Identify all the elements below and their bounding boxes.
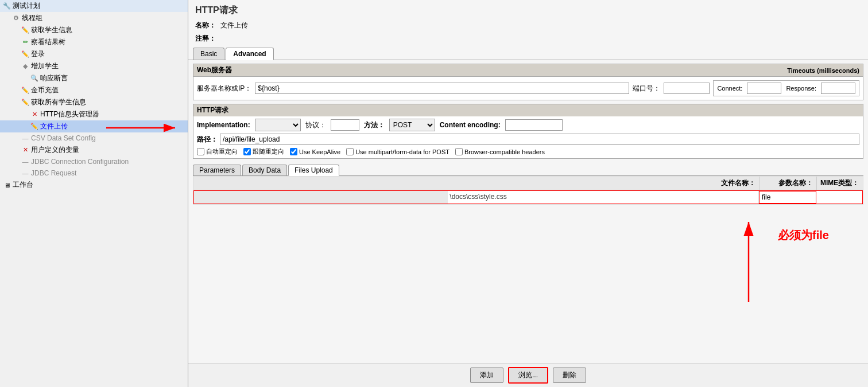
web-server-content: 服务器名称或IP： 端口号： Connect: Response: xyxy=(193,77,863,100)
sidebar-item-workbench[interactable]: 🖥 工作台 xyxy=(0,179,188,191)
sidebar-item-label: 金币充值 xyxy=(31,85,59,95)
server-ip-input[interactable] xyxy=(255,83,629,94)
upload-table: 文件名称： 参数名称： MIME类型： \docs\css\style.css xyxy=(193,176,863,205)
mimetype-cell xyxy=(816,191,862,204)
tab-advanced[interactable]: Advanced xyxy=(226,48,273,60)
encoding-label: Content encoding: xyxy=(440,121,501,129)
name-row: 名称： 文件上传 xyxy=(188,19,868,32)
add-button[interactable]: 添加 xyxy=(470,368,503,383)
sidebar-item-label: 响应断言 xyxy=(40,73,68,83)
col-paramname: 参数名称： xyxy=(760,177,817,190)
vars-icon: ✕ xyxy=(21,146,30,155)
http-sampler-icon: ✏️ xyxy=(21,26,30,35)
name-value: 文件上传 xyxy=(220,21,861,30)
file-path: \docs\css\style.css xyxy=(448,191,758,204)
protocol-label: 协议： xyxy=(305,120,326,130)
arrow-svg xyxy=(634,205,863,319)
inner-tab-bar: Parameters Body Data Files Upload xyxy=(193,163,863,176)
tab-files-upload[interactable]: Files Upload xyxy=(288,165,339,176)
sidebar-item-add-student[interactable]: ◆ 增加学生 xyxy=(0,60,188,72)
tab-parameters[interactable]: Parameters xyxy=(193,165,241,175)
sidebar-item-label: 登录 xyxy=(31,49,45,59)
filename-cell: \docs\css\style.css xyxy=(194,191,759,204)
sidebar-item-label: 增加学生 xyxy=(31,61,59,71)
comment-label: 注释： xyxy=(195,34,218,44)
checkbox-follow-redirect[interactable]: 跟随重定向 xyxy=(243,147,284,156)
connect-label: Connect: xyxy=(717,85,742,92)
sidebar-item-result-tree[interactable]: ✏ 察看结果树 xyxy=(0,36,188,48)
sidebar-item-all-students[interactable]: ✏️ 获取所有学生信息 xyxy=(0,96,188,108)
multipart-checkbox[interactable] xyxy=(346,148,354,155)
sidebar-item-jdbc-config[interactable]: — JDBC Connection Configuration xyxy=(0,156,188,167)
connect-input[interactable] xyxy=(747,83,781,94)
checkbox-row: 自动重定向 跟随重定向 Use KeepAlive Use multipart/… xyxy=(197,147,859,156)
thread-group-icon: ⚙ xyxy=(11,14,21,23)
table-header: 文件名称： 参数名称： MIME类型： xyxy=(193,177,863,190)
sidebar-item-label: HTTP信息头管理器 xyxy=(40,110,99,119)
port-label: 端口号： xyxy=(633,84,660,93)
sidebar-item-label: 测试计划 xyxy=(13,1,40,11)
method-select[interactable]: POST GET PUT DELETE xyxy=(389,119,435,131)
path-label: 路径： xyxy=(197,135,218,144)
browser-headers-checkbox[interactable] xyxy=(455,148,463,155)
workbench-icon: 🖥 xyxy=(2,181,11,190)
checkbox-browser-headers[interactable]: Browser-compatible headers xyxy=(455,148,545,155)
sidebar-item-thread-group[interactable]: ⚙ 线程组 xyxy=(0,12,188,24)
upload-area: 文件名称： 参数名称： MIME类型： \docs\css\style.css xyxy=(193,176,863,363)
timeout-box: Connect: Response: xyxy=(713,80,859,96)
encoding-input[interactable] xyxy=(505,119,563,131)
browse-field[interactable] xyxy=(194,191,448,204)
impl-select[interactable] xyxy=(255,119,301,131)
bottom-bar: 添加 浏览... 删除 xyxy=(188,363,868,387)
checkbox-keepalive[interactable]: Use KeepAlive xyxy=(290,148,340,155)
http-request-section: HTTP请求 Implementation: 协议： 方法： POST GET … xyxy=(193,104,863,159)
sidebar-item-assertion[interactable]: 🔍 响应断言 xyxy=(0,72,188,84)
assertion-icon: 🔍 xyxy=(30,74,39,83)
listener-icon: ✏ xyxy=(21,38,30,47)
checkbox-redirect[interactable]: 自动重定向 xyxy=(197,147,238,156)
delete-button[interactable]: 删除 xyxy=(553,368,586,383)
sidebar-item-label: 察看结果树 xyxy=(31,37,65,47)
port-input[interactable] xyxy=(664,83,710,94)
jdbc-config-icon: — xyxy=(21,157,30,166)
server-ip-label: 服务器名称或IP： xyxy=(197,84,251,93)
multipart-label: Use multipart/form-data for POST xyxy=(355,148,450,155)
sidebar-item-jdbc-request[interactable]: — JDBC Request xyxy=(0,167,188,179)
web-server-header: Web服务器 Timeouts (milliseconds) xyxy=(193,64,863,77)
http-icon: ✏️ xyxy=(21,50,30,59)
checkbox-multipart[interactable]: Use multipart/form-data for POST xyxy=(346,148,450,155)
follow-redirect-checkbox[interactable] xyxy=(243,148,251,155)
response-input[interactable] xyxy=(821,83,855,94)
controller-icon: ◆ xyxy=(21,62,30,71)
test-plan-icon: 🔧 xyxy=(2,2,11,11)
browse-button[interactable]: 浏览... xyxy=(508,367,548,384)
redirect-checkbox[interactable] xyxy=(197,148,204,155)
table-row: \docs\css\style.css xyxy=(193,190,863,204)
tab-basic[interactable]: Basic xyxy=(193,48,224,60)
sidebar-item-file-upload[interactable]: ✏️ 文件上传 xyxy=(0,120,188,132)
path-input[interactable] xyxy=(220,134,859,145)
keepalive-checkbox[interactable] xyxy=(290,148,297,155)
paramname-input[interactable] xyxy=(762,193,813,201)
comment-row: 注释： xyxy=(188,32,868,45)
annotation-text: 必须为file xyxy=(778,228,829,243)
impl-label: Implementation: xyxy=(197,121,250,129)
sidebar-item-login[interactable]: ✏️ 登录 xyxy=(0,48,188,60)
http-request-header: HTTP请求 xyxy=(193,104,863,116)
annotation-area: 必须为file xyxy=(193,205,863,363)
protocol-input[interactable] xyxy=(331,119,359,131)
sidebar-item-get-students[interactable]: ✏️ 获取学生信息 xyxy=(0,24,188,36)
csv-icon: — xyxy=(21,134,30,143)
sidebar-item-coins[interactable]: ✏️ 金币充值 xyxy=(0,84,188,96)
mimetype-input[interactable] xyxy=(819,193,860,201)
sidebar-item-csv[interactable]: — CSV Data Set Config xyxy=(0,132,188,144)
method-label: 方法： xyxy=(364,120,385,130)
sidebar-item-user-vars[interactable]: ✕ 用户定义的变量 xyxy=(0,144,188,156)
sidebar-item-label: 工作台 xyxy=(13,180,33,190)
tab-body-data[interactable]: Body Data xyxy=(242,165,287,175)
col-mimetype: MIME类型： xyxy=(817,177,863,190)
sidebar-item-http-header[interactable]: ✕ HTTP信息头管理器 xyxy=(0,108,188,120)
sidebar-item-test-plan[interactable]: 🔧 测试计划 xyxy=(0,0,188,12)
sidebar-item-label: JDBC Connection Configuration xyxy=(31,158,129,166)
http-request-content: Implementation: 协议： 方法： POST GET PUT DEL… xyxy=(193,116,863,158)
